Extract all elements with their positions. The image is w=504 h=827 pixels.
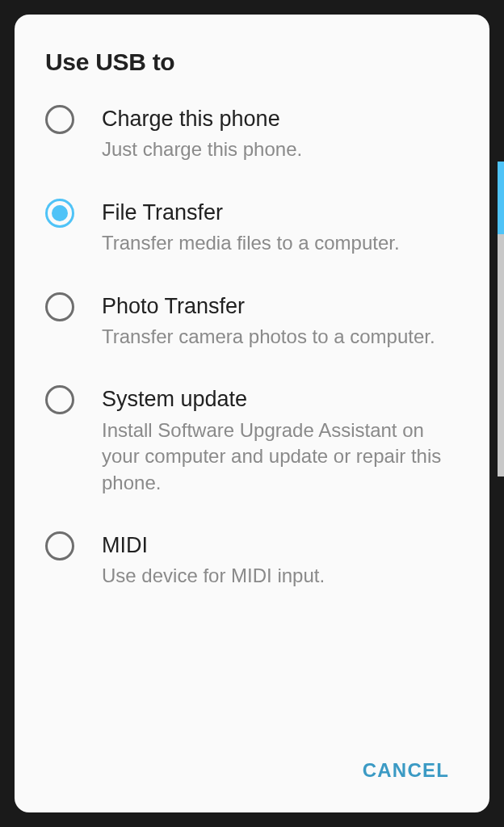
option-description: Install Software Upgrade Assistant on yo…: [102, 418, 459, 496]
usb-dialog: Use USB to Charge this phone Just charge…: [15, 15, 489, 812]
background-accent: [498, 162, 504, 234]
option-photo-transfer[interactable]: Photo Transfer Transfer camera photos to…: [45, 292, 459, 351]
background-gray: [498, 234, 504, 476]
option-text: Photo Transfer Transfer camera photos to…: [102, 292, 459, 351]
option-description: Just charge this phone.: [102, 136, 459, 162]
option-description: Transfer camera photos to a computer.: [102, 324, 459, 350]
radio-icon: [45, 292, 74, 321]
radio-icon: [45, 385, 74, 414]
dialog-actions: CANCEL: [45, 751, 459, 790]
options-list: Charge this phone Just charge this phone…: [45, 105, 459, 735]
option-label: MIDI: [102, 532, 459, 558]
option-midi[interactable]: MIDI Use device for MIDI input.: [45, 531, 459, 590]
option-label: Charge this phone: [102, 106, 459, 132]
option-system-update[interactable]: System update Install Software Upgrade A…: [45, 385, 459, 496]
option-label: System update: [102, 386, 459, 412]
option-file-transfer[interactable]: File Transfer Transfer media files to a …: [45, 199, 459, 257]
radio-icon-selected: [45, 199, 74, 228]
cancel-button[interactable]: CANCEL: [353, 751, 459, 790]
option-text: System update Install Software Upgrade A…: [102, 385, 459, 496]
option-description: Use device for MIDI input.: [102, 563, 459, 589]
option-charge-phone[interactable]: Charge this phone Just charge this phone…: [45, 105, 459, 163]
option-description: Transfer media files to a computer.: [102, 230, 459, 256]
option-text: File Transfer Transfer media files to a …: [102, 199, 459, 257]
option-label: Photo Transfer: [102, 293, 459, 319]
radio-icon: [45, 531, 74, 560]
radio-icon: [45, 105, 74, 134]
option-text: Charge this phone Just charge this phone…: [102, 105, 459, 163]
option-label: File Transfer: [102, 199, 459, 225]
option-text: MIDI Use device for MIDI input.: [102, 531, 459, 590]
dialog-title: Use USB to: [45, 48, 459, 76]
